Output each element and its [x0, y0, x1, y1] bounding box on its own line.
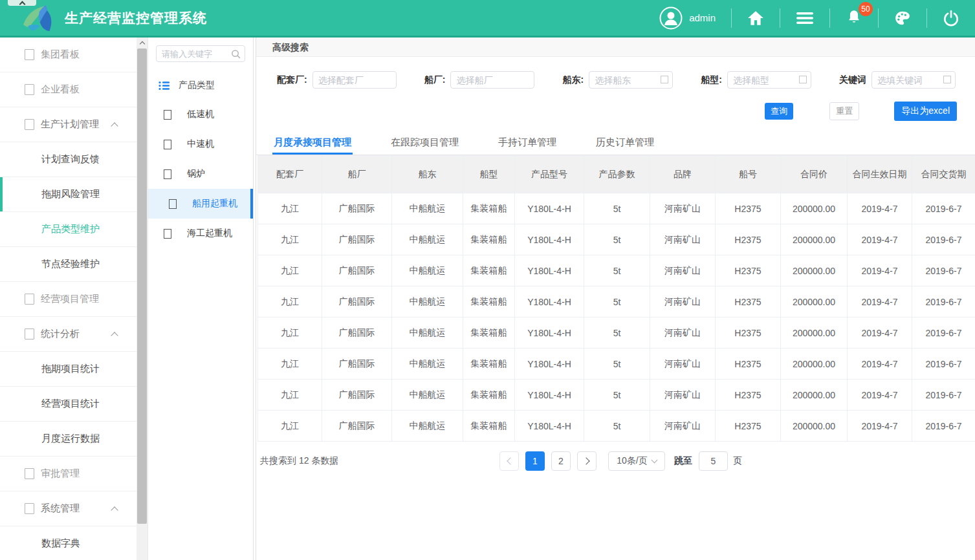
tree-item[interactable]: 低速机 — [148, 100, 253, 129]
table-cell: 广船国际 — [322, 193, 392, 224]
chevron-left-icon — [507, 457, 514, 464]
scrollbar-up-button[interactable] — [137, 38, 148, 48]
table-cell: 5t — [584, 411, 650, 442]
table-row[interactable]: 九江广船国际中船航运集装箱船Y180L-4-H5t河南矿山H2375200000… — [258, 286, 975, 318]
table-row[interactable]: 九江广船国际中船航运集装箱船Y180L-4-H5t河南矿山H2375200000… — [258, 318, 975, 349]
table-cell: H2375 — [716, 255, 781, 286]
menu-item-icon — [25, 294, 34, 305]
sidebar-item[interactable]: 节点经验维护 — [0, 247, 137, 282]
pagination-bar: 共搜索到 12 条数据 12 10条/页 跳至 页 — [256, 442, 975, 471]
scrollbar-thumb[interactable] — [137, 48, 147, 524]
scroll-top-tab[interactable] — [8, 0, 36, 6]
page-button[interactable]: 2 — [551, 451, 571, 471]
sidebar-item[interactable]: 拖期项目统计 — [0, 352, 137, 387]
table-cell: 2019-6-7 — [912, 411, 975, 442]
table-cell: 河南矿山 — [650, 286, 716, 318]
table-row[interactable]: 九江广船国际中船航运集装箱船Y180L-4-H5t河南矿山H2375200000… — [258, 380, 975, 411]
jump-page-input[interactable] — [699, 451, 728, 471]
page-button[interactable]: 1 — [525, 451, 545, 471]
filter-input-wrap — [450, 71, 534, 89]
table-cell: 2019-6-7 — [912, 318, 975, 349]
tree-item[interactable]: 海工起重机 — [148, 219, 253, 248]
table-cell: 集装箱船 — [463, 224, 515, 255]
filter-field: 船厂: — [424, 71, 535, 89]
sidebar-item-label: 经营项目统计 — [41, 398, 100, 410]
export-excel-button[interactable]: 导出为excel — [894, 102, 957, 121]
home-button[interactable] — [731, 8, 780, 28]
tab-bar: 月度承接项目管理在跟踪项目管理手持订单管理历史订单管理 — [256, 131, 975, 155]
table-cell: 200000.00 — [781, 318, 848, 349]
table-cell: 2019-4-7 — [848, 318, 912, 349]
table-cell: 广船国际 — [322, 224, 392, 255]
tree-root-node[interactable]: 产品类型 — [148, 71, 253, 100]
sidebar: 集团看板企业看板生产计划管理计划查询反馈拖期风险管理产品类型维护节点经验维护经营… — [0, 38, 148, 560]
tree-item-label: 低速机 — [187, 109, 214, 120]
notifications-button[interactable]: 50 — [829, 8, 878, 28]
sidebar-item-label: 计划查询反馈 — [41, 153, 100, 166]
table-cell: 九江 — [258, 224, 322, 255]
user-menu[interactable]: admin — [644, 8, 731, 28]
sidebar-item-label: 审批管理 — [41, 468, 80, 480]
table-cell: 200000.00 — [781, 224, 848, 255]
tree-item[interactable]: 锅炉 — [148, 159, 253, 189]
table-cell: 集装箱船 — [463, 411, 515, 442]
reset-button[interactable]: 重置 — [829, 102, 859, 120]
tree-item[interactable]: 中速机 — [148, 129, 253, 159]
table-cell: 广船国际 — [322, 349, 392, 380]
column-header: 合同生效日期 — [848, 156, 912, 193]
sidebar-item[interactable]: 经营项目统计 — [0, 387, 137, 422]
menu-item-icon — [25, 84, 34, 95]
sidebar-item[interactable]: 系统管理 — [0, 491, 137, 526]
menu-item-icon — [25, 119, 34, 130]
tab-item[interactable]: 手持订单管理 — [497, 131, 558, 155]
table-cell: 河南矿山 — [650, 349, 716, 380]
table-row[interactable]: 九江广船国际中船航运集装箱船Y180L-4-H5t河南矿山H2375200000… — [258, 224, 975, 255]
orders-table: 配套厂船厂船东船型产品型号产品参数品牌船号合同价合同生效日期合同交货期 九江广船… — [257, 155, 975, 442]
sidebar-item[interactable]: 拖期风险管理 — [0, 177, 137, 212]
filter-input-wrap — [589, 71, 673, 89]
sidebar-item-label: 系统管理 — [41, 502, 80, 515]
tab-item[interactable]: 历史订单管理 — [595, 131, 655, 155]
query-button[interactable]: 查询 — [765, 103, 793, 120]
table-cell: 2019-4-7 — [848, 380, 912, 411]
prev-page-button[interactable] — [499, 451, 519, 471]
sidebar-item[interactable]: 经营项目管理 — [0, 282, 137, 317]
filter-select-input[interactable] — [450, 71, 534, 89]
sidebar-item[interactable]: 数据字典 — [0, 526, 137, 560]
table-cell: 中船航运 — [392, 224, 463, 255]
tab-item[interactable]: 在跟踪项目管理 — [389, 131, 460, 155]
table-cell: 200000.00 — [781, 411, 848, 442]
sidebar-item[interactable]: 企业看板 — [0, 72, 137, 107]
sidebar-item[interactable]: 生产计划管理 — [0, 107, 137, 142]
logout-button[interactable] — [926, 8, 975, 28]
page-size-select[interactable]: 10条/页 — [608, 451, 665, 471]
menu-item-icon — [25, 503, 34, 514]
column-header: 合同交货期 — [912, 156, 975, 193]
top-header-bar: 生产经营监控管理系统 admin — [0, 0, 975, 38]
sidebar-item[interactable]: 集团看板 — [0, 38, 137, 72]
table-cell: 5t — [584, 286, 650, 318]
theme-button[interactable] — [878, 8, 926, 28]
sidebar-item[interactable]: 产品类型维护 — [0, 212, 137, 247]
sidebar-item[interactable]: 审批管理 — [0, 457, 137, 491]
menu-toggle-button[interactable] — [780, 8, 829, 28]
tree-item[interactable]: 船用起重机 — [148, 189, 253, 219]
sidebar-item[interactable]: 计划查询反馈 — [0, 142, 137, 177]
sidebar-item[interactable]: 月度运行数据 — [0, 422, 137, 457]
next-page-button[interactable] — [577, 451, 597, 471]
column-header: 产品参数 — [584, 156, 650, 193]
sidebar-item[interactable]: 统计分析 — [0, 317, 137, 352]
column-header: 船型 — [463, 156, 515, 193]
table-row[interactable]: 九江广船国际中船航运集装箱船Y180L-4-H5t河南矿山H2375200000… — [258, 349, 975, 380]
table-cell: 2019-6-7 — [912, 193, 975, 224]
table-cell: 中船航运 — [392, 380, 463, 411]
table-row[interactable]: 九江广船国际中船航运集装箱船Y180L-4-H5t河南矿山H2375200000… — [258, 411, 975, 442]
sidebar-scrollbar[interactable] — [137, 38, 148, 560]
table-row[interactable]: 九江广船国际中船航运集装箱船Y180L-4-H5t河南矿山H2375200000… — [258, 255, 975, 286]
filter-select-input[interactable] — [312, 71, 397, 89]
table-cell: 200000.00 — [781, 255, 848, 286]
table-cell: 九江 — [258, 349, 322, 380]
tab-active[interactable]: 月度承接项目管理 — [272, 131, 353, 155]
table-cell: 九江 — [258, 411, 322, 442]
table-row[interactable]: 九江广船国际中船航运集装箱船Y180L-4-H5t河南矿山H2375200000… — [258, 193, 975, 224]
